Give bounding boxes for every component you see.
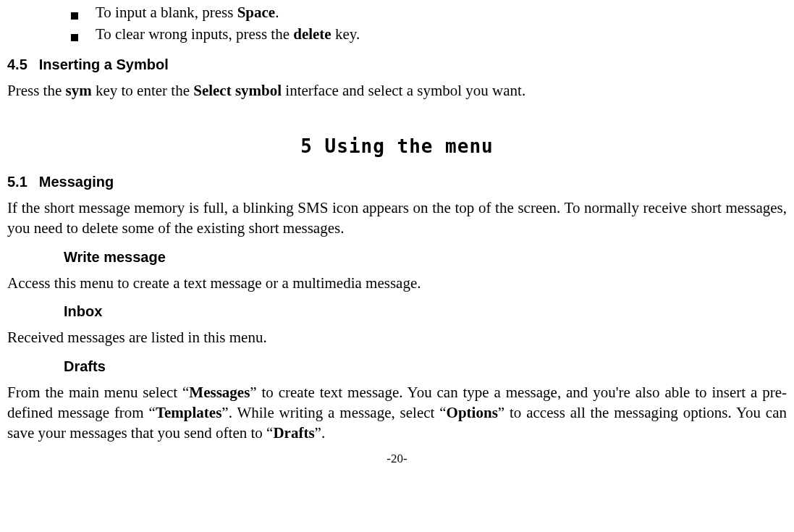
- paragraph: If the short message memory is full, a b…: [7, 198, 787, 239]
- text: .: [275, 4, 279, 21]
- bullet-item: To input a blank, press Space.: [7, 2, 787, 22]
- text: ”.: [315, 424, 326, 442]
- square-bullet-icon: [71, 12, 78, 20]
- section-title: Inserting a Symbol: [39, 56, 169, 72]
- bullet-text: To input a blank, press Space.: [96, 2, 787, 22]
- section-title: Messaging: [39, 174, 114, 190]
- section-heading-5-1: 5.1Messaging: [7, 172, 787, 192]
- text: interface and select a symbol you want.: [282, 82, 525, 99]
- bold-text: Templates: [156, 404, 221, 421]
- bold-text: Messages: [189, 384, 250, 401]
- paragraph: Press the sym key to enter the Select sy…: [7, 80, 787, 101]
- bold-text: sym: [66, 82, 92, 99]
- section-number: 4.5: [7, 55, 28, 75]
- bullet-item: To clear wrong inputs, press the delete …: [7, 24, 787, 44]
- section-heading-4-5: 4.5Inserting a Symbol: [7, 55, 787, 75]
- bullet-list: To input a blank, press Space. To clear …: [7, 2, 787, 45]
- bold-text: Select symbol: [193, 82, 282, 99]
- bold-text: delete: [293, 25, 331, 43]
- text: ”. While writing a message, select “: [221, 404, 446, 421]
- bullet-text: To clear wrong inputs, press the delete …: [96, 24, 787, 44]
- text: key to enter the: [92, 82, 194, 99]
- bold-text: Drafts: [273, 424, 314, 442]
- paragraph: Access this menu to create a text messag…: [7, 273, 787, 293]
- paragraph: Received messages are listed in this men…: [7, 327, 787, 347]
- text: From the main menu select “: [7, 384, 189, 401]
- text: To input a blank, press: [96, 4, 237, 21]
- text: Press the: [7, 82, 66, 99]
- bold-text: Options: [447, 404, 498, 421]
- page-number: -20-: [7, 451, 787, 468]
- sub-heading-drafts: Drafts: [64, 357, 787, 376]
- chapter-heading-5: 5 Using the menu: [7, 134, 787, 159]
- section-number: 5.1: [7, 172, 28, 192]
- paragraph: From the main menu select “Messages” to …: [7, 382, 787, 444]
- text: key.: [331, 25, 360, 43]
- sub-heading-write-message: Write message: [64, 248, 787, 267]
- sub-heading-inbox: Inbox: [64, 302, 787, 321]
- text: To clear wrong inputs, press the: [96, 25, 293, 43]
- square-bullet-icon: [71, 34, 78, 41]
- bold-text: Space: [237, 4, 276, 21]
